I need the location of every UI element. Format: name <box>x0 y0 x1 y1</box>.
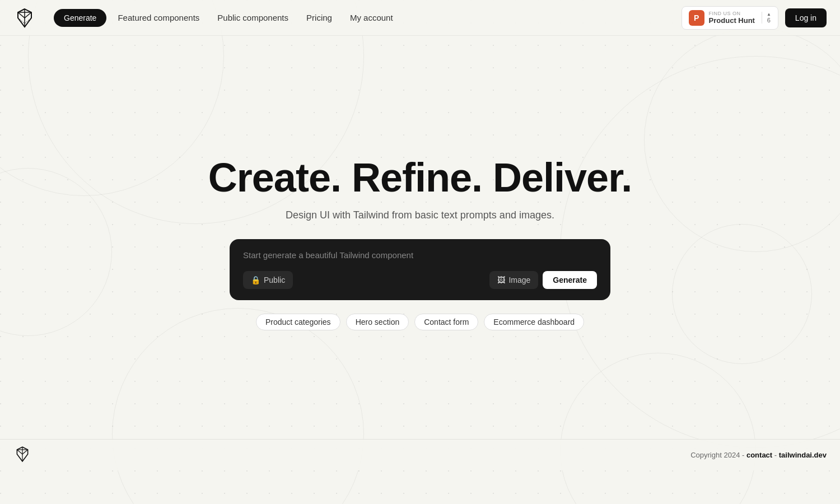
product-hunt-votes: ▲ 6 <box>762 12 771 24</box>
footer-copyright: Copyright 2024 - contact - tailwindai.de… <box>690 451 827 459</box>
input-placeholder-text: Start generate a beautiful Tailwind comp… <box>243 250 597 260</box>
product-hunt-find-us: FIND US ON <box>709 11 755 16</box>
hero-section: Create. Refine. Deliver. Design UI with … <box>0 36 840 439</box>
login-button[interactable]: Log in <box>785 8 827 27</box>
product-hunt-arrow: ▲ <box>767 12 771 17</box>
chip-product-categories[interactable]: Product categories <box>256 314 340 330</box>
action-buttons: 🖼 Image Generate <box>489 271 597 289</box>
nav-left: Generate Featured components Public comp… <box>13 7 400 29</box>
footer-copyright-text: Copyright 2024 - <box>690 451 744 459</box>
product-hunt-badge[interactable]: P FIND US ON Product Hunt ▲ 6 <box>682 6 778 30</box>
product-hunt-text: FIND US ON Product Hunt <box>709 11 755 25</box>
chip-ecommerce-dashboard[interactable]: Ecommerce dashboard <box>484 314 584 330</box>
hero-subtitle: Design UI with Tailwind from basic text … <box>286 209 554 221</box>
pricing-link[interactable]: Pricing <box>300 10 339 26</box>
nav-right: P FIND US ON Product Hunt ▲ 6 Log in <box>682 6 827 30</box>
footer: Copyright 2024 - contact - tailwindai.de… <box>0 439 840 470</box>
footer-contact-link[interactable]: contact <box>746 451 772 459</box>
chip-hero-section[interactable]: Hero section <box>346 314 409 330</box>
footer-logo <box>13 445 31 465</box>
image-label: Image <box>508 276 530 284</box>
public-label: Public <box>264 276 285 284</box>
footer-separator: - <box>774 451 779 459</box>
navbar: Generate Featured components Public comp… <box>0 0 840 36</box>
generate-button[interactable]: Generate <box>54 9 106 27</box>
my-account-link[interactable]: My account <box>343 10 400 26</box>
featured-components-link[interactable]: Featured components <box>111 10 206 26</box>
product-hunt-vote-count: 6 <box>767 17 771 24</box>
input-actions: 🔒 Public 🖼 Image Generate <box>243 271 597 289</box>
suggestion-chips: Product categories Hero section Contact … <box>256 314 584 330</box>
product-hunt-icon: P <box>689 10 704 26</box>
image-button[interactable]: 🖼 Image <box>489 271 538 289</box>
nav-links: Generate Featured components Public comp… <box>54 9 400 27</box>
product-hunt-name: Product Hunt <box>709 16 755 25</box>
generate-main-button[interactable]: Generate <box>543 271 597 289</box>
public-toggle-button[interactable]: 🔒 Public <box>243 271 293 289</box>
public-components-link[interactable]: Public components <box>211 10 295 26</box>
hero-title: Create. Refine. Deliver. <box>208 156 632 200</box>
input-card: Start generate a beautiful Tailwind comp… <box>230 239 610 300</box>
logo[interactable] <box>13 7 36 29</box>
footer-domain-link[interactable]: tailwindai.dev <box>779 451 827 459</box>
image-icon: 🖼 <box>497 276 505 284</box>
lock-icon: 🔒 <box>251 276 260 284</box>
chip-contact-form[interactable]: Contact form <box>414 314 478 330</box>
